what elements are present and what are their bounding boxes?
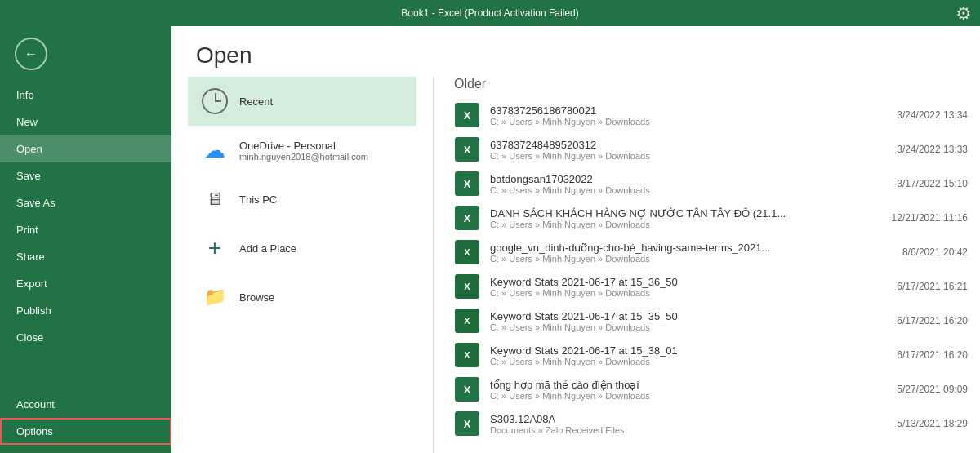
file-info: Keyword Stats 2021-06-17 at 15_36_50 C: … [490,276,889,298]
sidebar-item-share[interactable]: Share [0,243,172,270]
file-path: C: » Users » Minh Nguyen » Downloads [490,322,889,332]
sidebar-item-options[interactable]: Options [0,418,172,445]
file-path: C: » Users » Minh Nguyen » Downloads [490,288,889,298]
location-name: OneDrive - Personal [239,140,368,152]
excel-icon: X [455,309,479,333]
file-row[interactable]: X Keyword Stats 2021-06-17 at 15_36_50 C… [450,269,972,304]
sidebar-item-export[interactable]: Export [0,270,172,297]
file-name: batdongsan17032022 [490,173,889,185]
content-area: Open Recent ☁ OneDrive - Personal minh.n… [172,26,980,453]
sidebar-item-print[interactable]: Print [0,216,172,243]
file-date: 5/27/2021 09:09 [897,384,968,395]
location-name: This PC [239,193,277,206]
file-row[interactable]: X tổng hợp mã thẻ cào điện thoại C: » Us… [450,372,972,406]
cloud-icon: ☁ [204,138,225,163]
file-path: C: » Users » Minh Nguyen » Downloads [490,357,889,366]
files-panel: Older X 637837256186780021 C: » Users » … [442,77,980,453]
sidebar-item-open[interactable]: Open [0,135,172,162]
excel-icon: X [455,137,479,162]
file-info: 637837256186780021 C: » Users » Minh Ngu… [490,104,889,127]
sidebar-item-save[interactable]: Save [0,162,172,189]
title-bar-text: Book1 - Excel (Product Activation Failed… [401,7,578,19]
sidebar-item-account[interactable]: Account [0,391,172,418]
file-name: S303.12A08A [490,413,889,425]
sidebar-item-close[interactable]: Close [0,324,172,351]
sidebar-item-info[interactable]: Info [0,82,172,109]
location-item-addplace[interactable]: + Add a Place [188,224,416,273]
file-icon: X [454,102,480,128]
file-row[interactable]: X Keyword Stats 2021-06-17 at 15_35_50 C… [450,304,972,338]
file-path: C: » Users » Minh Nguyen » Downloads [490,220,884,229]
file-name: DANH SÁCH KHÁCH HÀNG NỢ NƯỚC TÂN TÂY ĐÔ … [490,207,884,220]
file-icon: X [454,342,480,368]
file-icon: X [454,273,480,300]
file-name: 637837256186780021 [490,104,889,117]
file-info: DANH SÁCH KHÁCH HÀNG NỢ NƯỚC TÂN TÂY ĐÔ … [490,207,884,229]
file-icon: X [454,376,480,402]
files-list: X 637837256186780021 C: » Users » Minh N… [450,98,972,441]
file-date: 8/6/2021 20:42 [902,246,968,258]
file-name: tổng hợp mã thẻ cào điện thoại [490,379,889,391]
location-icon: + [200,233,229,263]
file-date: 6/17/2021 16:20 [897,349,968,361]
pc-icon: 🖥 [206,189,224,210]
file-icon: X [454,239,480,265]
file-name: 637837248489520312 [490,139,889,151]
file-row[interactable]: X DANH SÁCH KHÁCH HÀNG NỢ NƯỚC TÂN TÂY Đ… [450,201,972,235]
content-header: Open [172,26,980,77]
location-icon: 🖥 [200,184,229,214]
sidebar: ← InfoNewOpenSaveSave AsPrintShareExport… [0,26,172,453]
title-bar: Book1 - Excel (Product Activation Failed… [0,0,980,26]
location-item-onedrive[interactable]: ☁ OneDrive - Personal minh.nguyen2018@ho… [188,126,416,175]
file-name: Keyword Stats 2021-06-17 at 15_35_50 [490,310,889,322]
locations-panel: Recent ☁ OneDrive - Personal minh.nguyen… [188,77,425,453]
add-icon: + [208,235,221,261]
file-icon: X [454,136,480,162]
location-item-thispc[interactable]: 🖥 This PC [188,175,416,224]
file-info: batdongsan17032022 C: » Users » Minh Ngu… [490,173,889,195]
sidebar-item-publish[interactable]: Publish [0,297,172,324]
excel-icon: X [455,240,479,264]
file-path: C: » Users » Minh Nguyen » Downloads [490,185,889,195]
location-name: Recent [239,95,273,108]
file-date: 5/13/2021 18:29 [897,418,968,429]
sidebar-item-save-as[interactable]: Save As [0,189,172,216]
divider [433,77,434,453]
excel-icon: X [455,343,479,367]
file-icon: X [454,308,480,334]
file-icon: X [454,205,480,231]
file-path: C: » Users » Minh Nguyen » Downloads [490,151,889,161]
page-title: Open [196,42,956,69]
file-icon: X [454,171,480,197]
sidebar-nav: InfoNewOpenSaveSave AsPrintShareExportPu… [0,82,172,391]
excel-icon: X [455,206,479,230]
file-date: 6/17/2021 16:21 [897,281,968,292]
sidebar-spacer [0,351,172,391]
excel-icon: X [455,274,479,299]
file-date: 3/24/2022 13:33 [897,144,968,155]
sidebar-bottom: AccountOptions [0,391,172,445]
location-item-browse[interactable]: 📁 Browse [188,273,416,322]
file-row[interactable]: X S303.12A08A Documents » Zalo Received … [450,406,972,441]
file-row[interactable]: X google_vn_dinh-dưỡng-cho-bé_having-sam… [450,235,972,269]
file-path: C: » Users » Minh Nguyen » Downloads [490,254,894,264]
file-info: Keyword Stats 2021-06-17 at 15_35_50 C: … [490,310,889,332]
file-name: Keyword Stats 2021-06-17 at 15_38_01 [490,344,889,357]
file-info: google_vn_dinh-dưỡng-cho-bé_having-same-… [490,242,894,264]
file-date: 12/21/2021 11:16 [892,212,968,224]
file-path: Documents » Zalo Received Files [490,425,889,435]
file-row[interactable]: X 637837248489520312 C: » Users » Minh N… [450,132,972,167]
file-info: S303.12A08A Documents » Zalo Received Fi… [490,413,889,435]
file-row[interactable]: X batdongsan17032022 C: » Users » Minh N… [450,167,972,201]
location-name: Browse [239,291,274,304]
location-text: Browse [239,291,274,304]
file-row[interactable]: X Keyword Stats 2021-06-17 at 15_38_01 C… [450,338,972,372]
location-text: OneDrive - Personal minh.nguyen2018@hotm… [239,140,368,162]
files-section-title: Older [450,77,972,91]
location-item-recent[interactable]: Recent [188,77,416,126]
file-path: C: » Users » Minh Nguyen » Downloads [490,391,889,401]
back-button[interactable]: ← [15,38,47,70]
clock-icon [202,88,228,114]
sidebar-item-new[interactable]: New [0,109,172,135]
file-row[interactable]: X 637837256186780021 C: » Users » Minh N… [450,98,972,132]
